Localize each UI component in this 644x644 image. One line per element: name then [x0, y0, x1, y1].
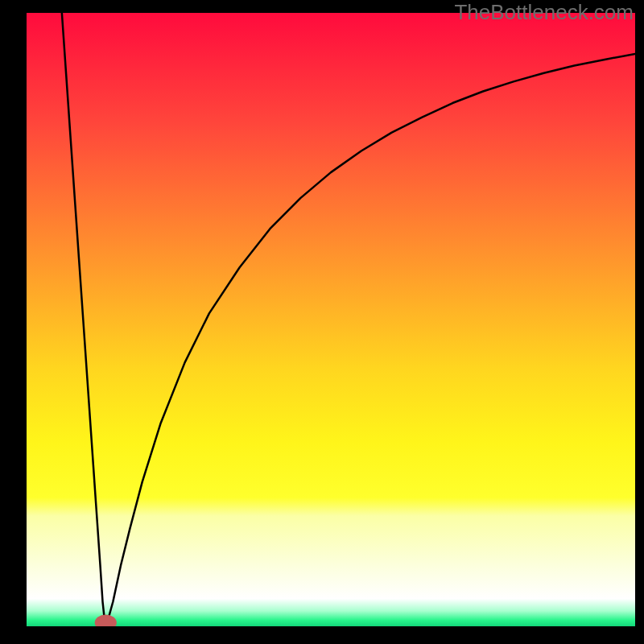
plot-area: [27, 13, 635, 626]
watermark-text: TheBottleneck.com: [454, 0, 634, 25]
gradient-background: [27, 13, 635, 626]
chart-frame: TheBottleneck.com: [0, 0, 644, 644]
chart-svg: [27, 13, 635, 626]
